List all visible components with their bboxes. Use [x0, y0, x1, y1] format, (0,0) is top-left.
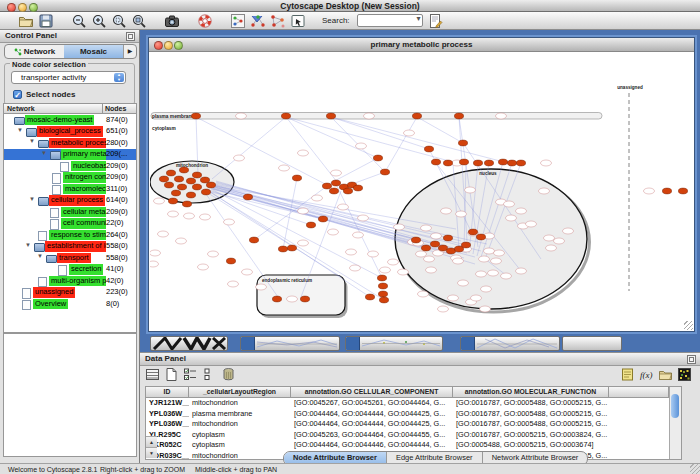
window-resize-grip[interactable] — [684, 321, 693, 330]
selected-node[interactable] — [206, 182, 215, 188]
table-row-ypl036w__1[interactable]: YPL036W__1mitochondrion[GO:0044464, GO:0… — [146, 419, 681, 430]
formula-builder-icon[interactable]: f(x) — [639, 367, 654, 382]
node[interactable] — [331, 170, 342, 176]
selected-node[interactable] — [380, 169, 389, 175]
node[interactable] — [480, 306, 491, 312]
tree-row-nucleobase-[interactable]: nucleobase-209(0) — [4, 160, 136, 172]
selected-node[interactable] — [365, 294, 374, 300]
node[interactable] — [150, 261, 159, 267]
node[interactable] — [279, 165, 290, 171]
selected-node[interactable] — [421, 245, 430, 251]
selected-node[interactable] — [507, 160, 516, 166]
node[interactable] — [388, 259, 399, 265]
selected-node[interactable] — [424, 146, 433, 152]
annotation-icon[interactable] — [290, 13, 306, 29]
selected-node[interactable] — [164, 182, 173, 188]
node[interactable] — [479, 256, 490, 262]
node[interactable] — [168, 211, 179, 217]
selected-node[interactable] — [281, 113, 290, 119]
table-row-yjr121w__1[interactable]: YJR121W__1mitochondrion[GO:0045267, GO:0… — [146, 398, 681, 409]
selected-node[interactable] — [174, 176, 183, 182]
node[interactable] — [394, 224, 405, 230]
selected-node[interactable] — [186, 178, 195, 184]
tree-row-transport[interactable]: ▼transport558(0) — [4, 252, 136, 264]
scroll-up-button[interactable]: ▲ — [146, 436, 157, 447]
node[interactable] — [563, 228, 574, 234]
node[interactable] — [328, 229, 339, 235]
float-panel-icon[interactable] — [126, 32, 135, 41]
node-color-dropdown[interactable]: transporter activity ▲▼ — [11, 71, 126, 84]
selected-node[interactable] — [476, 234, 485, 240]
node[interactable] — [224, 219, 235, 225]
unselect-attributes-icon[interactable] — [202, 367, 217, 382]
configure-search-icon[interactable] — [427, 13, 443, 29]
expand-arrow-icon[interactable]: ▼ — [29, 196, 35, 202]
tree-column-nodes[interactable]: Nodes — [102, 104, 136, 113]
node[interactable] — [150, 250, 161, 256]
app-resize-grip[interactable] — [690, 464, 700, 474]
tab-network[interactable]: Network — [5, 45, 64, 58]
node[interactable] — [350, 265, 361, 271]
node[interactable] — [501, 273, 512, 279]
node[interactable] — [484, 248, 495, 254]
selected-node[interactable] — [678, 188, 687, 194]
expand-arrow-icon[interactable]: ▼ — [29, 138, 35, 144]
network-minimize-button[interactable] — [164, 41, 173, 50]
node[interactable] — [256, 284, 267, 290]
node[interactable] — [488, 270, 499, 276]
node[interactable] — [298, 240, 309, 246]
network-manager-icon[interactable] — [230, 13, 246, 29]
node[interactable] — [364, 113, 375, 119]
minimized-window[interactable] — [345, 336, 443, 351]
selected-node[interactable] — [498, 159, 507, 165]
zoom-selected-icon[interactable] — [111, 13, 127, 29]
selected-node[interactable] — [473, 160, 482, 166]
selected-node[interactable] — [411, 237, 420, 243]
selected-node[interactable] — [306, 222, 315, 228]
node[interactable] — [426, 267, 437, 273]
expand-arrow-icon[interactable]: ▼ — [17, 127, 23, 133]
node[interactable] — [504, 201, 515, 207]
open-session-icon[interactable] — [18, 13, 34, 29]
node[interactable] — [208, 251, 219, 257]
node[interactable] — [416, 251, 427, 257]
node[interactable] — [516, 208, 527, 214]
node[interactable] — [424, 256, 435, 262]
attribute-batch-editor-icon[interactable] — [183, 367, 198, 382]
matrix-view-icon[interactable] — [677, 367, 692, 382]
network-graph[interactable]: plasma membranecytoplasmmitochondrionnuc… — [150, 52, 693, 330]
tree-row-nitrogen-compo[interactable]: nitrogen compo209(0) — [4, 172, 136, 184]
scrollbar-thumb[interactable] — [671, 394, 679, 418]
selected-node[interactable] — [662, 188, 671, 194]
table-row-ykr052c[interactable]: YKR052Ccytoplasm[GO:0044464, GO:0044446,… — [146, 440, 681, 451]
help-lifesaver-icon[interactable] — [197, 13, 213, 29]
selected-node[interactable] — [278, 246, 287, 252]
column-header-annotation-go-molecular-function[interactable]: annotation.GO MOLECULAR_FUNCTION — [453, 387, 609, 397]
selected-node[interactable] — [200, 177, 209, 183]
node[interactable] — [242, 269, 253, 275]
node[interactable] — [471, 295, 482, 301]
selected-node[interactable] — [484, 160, 493, 166]
table-row-ylr295c[interactable]: YLR295Ccytoplasm[GO:0045263, GO:0044464,… — [146, 430, 681, 441]
selected-node[interactable] — [343, 188, 352, 194]
import-attributes-icon[interactable] — [658, 367, 673, 382]
node[interactable] — [431, 233, 442, 239]
selected-node[interactable] — [412, 113, 421, 119]
tab-overflow-button[interactable]: ▶ — [123, 45, 136, 58]
save-session-icon[interactable] — [38, 13, 54, 29]
network-close-button[interactable] — [154, 41, 163, 50]
node[interactable] — [421, 225, 432, 231]
selected-node[interactable] — [179, 167, 188, 173]
network-view-window[interactable]: primary metabolic process plasma membran… — [148, 37, 695, 332]
expand-arrow-icon[interactable]: ▼ — [37, 253, 43, 259]
node[interactable] — [506, 215, 517, 221]
table-row-ypl036w__2[interactable]: YPL036W__2plasma membrane[GO:0044464, GO… — [146, 409, 681, 420]
zoom-fit-icon[interactable] — [131, 13, 147, 29]
node[interactable] — [338, 204, 349, 210]
tree-row-multi-organism-pro[interactable]: multi-organism pro42(0) — [4, 275, 136, 287]
notes-icon[interactable] — [620, 367, 635, 382]
node[interactable] — [456, 211, 467, 217]
node[interactable] — [441, 208, 452, 214]
node[interactable] — [644, 188, 655, 194]
selected-node[interactable] — [272, 296, 281, 302]
